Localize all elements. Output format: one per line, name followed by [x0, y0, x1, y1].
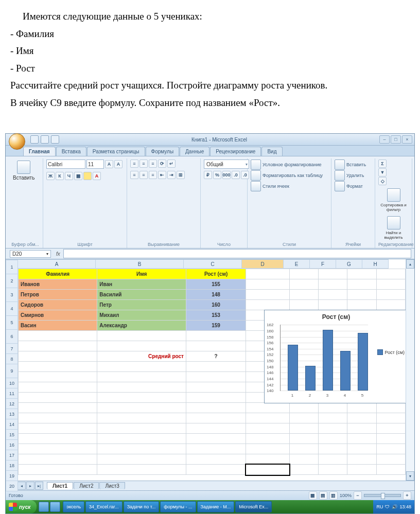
vertical-scrollbar[interactable]: ▴ ▾ — [406, 259, 414, 481]
row-header[interactable]: 2 — [6, 274, 18, 288]
col-header-F[interactable]: F — [310, 259, 336, 269]
row-header[interactable]: 1 — [6, 260, 18, 274]
taskbar-button[interactable]: Microsoft Ex... — [235, 501, 272, 512]
scroll-down-icon[interactable]: ▾ — [406, 471, 414, 481]
avg-value-cell[interactable]: ? — [186, 351, 246, 362]
tab-data[interactable]: Данные — [180, 147, 209, 156]
percent-icon[interactable]: % — [213, 171, 221, 179]
sheet-tab-2[interactable]: Лист2 — [74, 482, 99, 489]
tab-formulas[interactable]: Формулы — [146, 147, 180, 156]
col-header-H[interactable]: H — [362, 259, 389, 269]
row-header[interactable]: 19 — [6, 471, 18, 481]
name-box[interactable]: D20▾ — [10, 250, 51, 258]
qat-save-icon[interactable] — [30, 135, 39, 144]
sheet-nav-next-icon[interactable]: ▸ — [26, 482, 34, 490]
sheet-nav-prev-icon[interactable]: ◂ — [18, 482, 26, 490]
table-cell[interactable]: 159 — [186, 321, 246, 331]
table-cell[interactable]: Петр — [97, 300, 186, 310]
align-top-icon[interactable]: ≡ — [130, 159, 138, 168]
zoom-slider[interactable] — [364, 494, 401, 497]
tray-icon[interactable]: 🔊 — [392, 504, 397, 509]
sheet-nav-last-icon[interactable]: ▸| — [35, 482, 43, 490]
delete-cells-button[interactable]: Удалить — [335, 170, 364, 181]
zoom-out-button[interactable]: − — [354, 491, 362, 500]
fx-icon[interactable]: fx — [53, 251, 63, 257]
table-cell[interactable]: Михаил — [97, 310, 186, 321]
qat-undo-icon[interactable] — [41, 135, 49, 144]
row-header[interactable]: 9 — [6, 364, 18, 378]
font-color-icon[interactable]: A — [93, 172, 101, 180]
taskbar-button[interactable]: Задание - М... — [197, 501, 235, 512]
active-cell[interactable] — [246, 465, 290, 475]
row-header[interactable]: 11 — [6, 388, 18, 399]
tray-icon[interactable]: 🛡 — [385, 504, 390, 509]
format-cells-button[interactable]: Формат — [335, 181, 363, 191]
align-right-icon[interactable]: ≡ — [149, 171, 157, 179]
table-cell[interactable]: Александр — [97, 321, 186, 331]
italic-button[interactable]: К — [56, 172, 64, 180]
inc-decimal-icon[interactable]: .0 — [232, 171, 240, 179]
table-cell[interactable]: Васин — [19, 321, 97, 331]
table-cell[interactable]: Сидоров — [19, 300, 97, 310]
view-normal-icon[interactable]: ▦ — [309, 491, 317, 500]
col-header-G[interactable]: G — [336, 259, 362, 269]
wrap-text-icon[interactable]: ↵ — [167, 159, 176, 168]
col-header-D[interactable]: D — [242, 259, 284, 269]
col-header-E[interactable]: E — [284, 259, 310, 269]
table-cell[interactable]: Василий — [97, 290, 186, 300]
table-cell[interactable]: 153 — [186, 310, 246, 321]
table-cell[interactable]: Иванов — [19, 279, 97, 290]
row-header[interactable]: 7 — [6, 344, 18, 354]
orientation-icon[interactable]: ⟳ — [158, 159, 166, 168]
row-header[interactable]: 14 — [6, 419, 18, 430]
tray-clock[interactable]: 13:48 — [399, 504, 411, 509]
find-select-button[interactable]: Найти и выделить — [378, 215, 409, 241]
formula-input[interactable] — [63, 249, 411, 258]
tab-review[interactable]: Рецензирование — [210, 147, 261, 156]
indent-inc-icon[interactable]: ⇥ — [167, 171, 176, 179]
row-header[interactable]: 17 — [6, 450, 18, 460]
paste-button[interactable]: Вставить — [11, 159, 37, 182]
view-layout-icon[interactable]: ▤ — [319, 491, 327, 500]
row-header[interactable]: 3 — [6, 288, 18, 302]
comma-icon[interactable]: 000 — [222, 171, 231, 179]
col-header-A[interactable]: A — [18, 259, 96, 269]
start-button[interactable]: пуск — [6, 500, 37, 513]
grid[interactable]: ФамилияИмяРост (см)ИвановИван155ПетровВа… — [18, 269, 406, 475]
font-size-combo[interactable]: 11 — [86, 159, 104, 169]
table-cell[interactable]: Смирнов — [19, 310, 97, 321]
align-left-icon[interactable]: ≡ — [130, 171, 138, 179]
cell-styles-button[interactable]: Стили ячеек — [251, 181, 289, 191]
quicklaunch-icon[interactable] — [39, 502, 49, 512]
sort-filter-button[interactable]: Сортировка и фильтр — [378, 187, 409, 213]
row-header[interactable]: 16 — [6, 440, 18, 450]
embedded-chart[interactable]: Рост (см) 12345 Рост (см) 14014214414614… — [264, 310, 406, 403]
quicklaunch-icon[interactable] — [50, 502, 60, 512]
number-format-combo[interactable]: Общий — [204, 159, 249, 169]
align-bottom-icon[interactable]: ≡ — [149, 159, 157, 168]
insert-cells-button[interactable]: Вставить — [335, 159, 366, 170]
minimize-button[interactable]: – — [379, 135, 390, 144]
row-header[interactable]: 15 — [6, 430, 18, 440]
row-header[interactable]: 13 — [6, 409, 18, 419]
row-header[interactable]: 20 — [6, 481, 18, 491]
tab-view[interactable]: Вид — [261, 147, 282, 156]
conditional-format-button[interactable]: Условное форматирование — [251, 159, 322, 170]
row-header[interactable]: 8 — [6, 354, 18, 364]
tray-lang[interactable]: RU — [376, 504, 383, 509]
table-cell[interactable]: 160 — [186, 300, 246, 310]
table-cell[interactable]: Петров — [19, 290, 97, 300]
shrink-font-icon[interactable]: A — [114, 160, 122, 168]
col-header-B[interactable]: B — [96, 259, 184, 269]
row-header[interactable]: 10 — [6, 378, 18, 388]
maximize-button[interactable]: □ — [391, 135, 401, 144]
taskbar-button[interactable]: формулы - ... — [160, 501, 196, 512]
row-header[interactable]: 18 — [6, 460, 18, 471]
grow-font-icon[interactable]: A — [105, 160, 113, 168]
merge-icon[interactable]: ⊞ — [177, 171, 185, 179]
taskbar-button[interactable]: эксель — [63, 501, 84, 512]
align-middle-icon[interactable]: ≡ — [139, 159, 148, 168]
row-header[interactable]: 4 — [6, 302, 18, 316]
qat-redo-icon[interactable] — [51, 135, 59, 144]
font-name-combo[interactable]: Calibri — [46, 159, 85, 169]
